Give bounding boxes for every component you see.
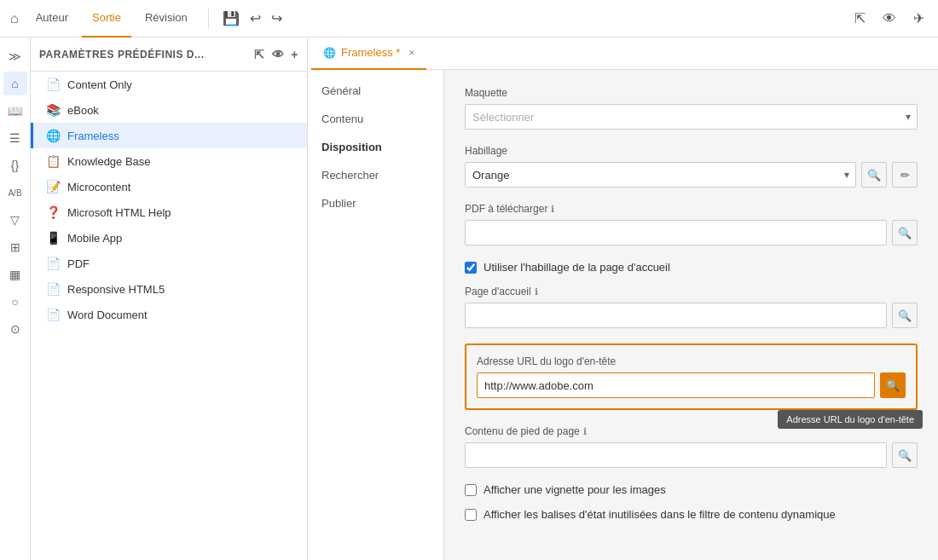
nav-sortie[interactable]: Sortie <box>82 0 131 38</box>
toolbar-right-icons: ⇱ 👁 ✈ <box>851 7 928 30</box>
content-only-icon: 📄 <box>45 78 61 91</box>
pied-browse-button[interactable]: 🔍 <box>892 442 918 468</box>
sub-nav: Général Contenu Disposition Rechercher P… <box>308 70 444 560</box>
habillage-edit-button[interactable]: ✏ <box>892 162 918 188</box>
merge-rail-icon[interactable]: ⊞ <box>3 235 27 259</box>
page-accueil-group: Page d'accueil ℹ 🔍 <box>465 286 918 328</box>
top-toolbar: ⌂ Auteur Sortie Révision 💾 ↩ ↪ ⇱ 👁 ✈ <box>0 0 938 38</box>
undo-button[interactable]: ↩ <box>246 7 264 30</box>
dot-rail-icon[interactable]: ⊙ <box>3 317 27 341</box>
pied-input[interactable] <box>465 442 887 468</box>
sidebar-item-mobile-app[interactable]: 📱 Mobile App <box>31 225 307 251</box>
pdf-browse-icon: 🔍 <box>898 227 912 240</box>
sidebar: PARAMÈTRES PRÉDÉFINIS D... ⇱ 👁 + 📄 Conte… <box>31 38 308 560</box>
logo-url-tooltip: Adresse URL du logo d'en-tête <box>778 410 923 429</box>
code-rail-icon[interactable]: {} <box>3 153 27 177</box>
nav-auteur[interactable]: Auteur <box>26 0 78 38</box>
pdf-browse-button[interactable]: 🔍 <box>892 220 918 245</box>
habillage-label: Habillage <box>465 145 918 157</box>
book-rail-icon[interactable]: 📖 <box>3 99 27 123</box>
habillage-browse-button[interactable]: 🔍 <box>861 162 887 188</box>
tab-frameless-icon: 🌐 <box>323 47 336 59</box>
page-accueil-browse-button[interactable]: 🔍 <box>892 303 918 328</box>
sidebar-item-knowledge-base[interactable]: 📋 Knowledge Base <box>31 148 307 174</box>
logo-url-group: Adresse URL du logo d'en-tête 🔍 Adresse … <box>465 344 918 410</box>
checkbox-vignette[interactable] <box>465 484 477 496</box>
pdf-input-row: 🔍 <box>465 220 918 245</box>
pdf-input[interactable] <box>465 220 887 245</box>
page-accueil-input[interactable] <box>465 303 887 328</box>
sidebar-item-label: PDF <box>67 257 90 270</box>
habillage-select-wrapper: Orange Bleu Vert ▾ <box>465 162 856 188</box>
maquette-label: Maquette <box>465 87 918 99</box>
logo-url-browse-button[interactable]: 🔍 <box>880 372 906 398</box>
logo-url-input[interactable] <box>477 372 875 398</box>
tab-bar: 🌐 Frameless * × <box>308 38 938 70</box>
redo-button[interactable]: ↪ <box>268 7 286 30</box>
sidebar-item-microsoft-html-help[interactable]: ❓ Microsoft HTML Help <box>31 199 307 225</box>
subnav-publier[interactable]: Publier <box>308 189 443 217</box>
icon-rail: ≫ ⌂ 📖 ☰ {} A/B ▽ ⊞ ▦ ○ ⊙ <box>0 38 31 560</box>
toolbar-separator <box>208 9 209 29</box>
sidebar-item-pdf[interactable]: 📄 PDF <box>31 251 307 276</box>
expand-rail-icon[interactable]: ≫ <box>3 44 27 68</box>
sidebar-item-microcontent[interactable]: 📝 Microcontent <box>31 174 307 199</box>
send-button[interactable]: ✈ <box>910 7 928 30</box>
page-accueil-browse-icon: 🔍 <box>898 309 912 322</box>
knowledge-base-icon: 📋 <box>45 154 61 168</box>
sidebar-item-word-document[interactable]: 📄 Word Document <box>31 302 307 327</box>
pied-input-row: 🔍 <box>465 442 918 468</box>
pdf-info-icon: ℹ <box>551 204 554 215</box>
subnav-general[interactable]: Général <box>308 77 443 105</box>
pied-group: Contenu de pied de page ℹ 🔍 <box>465 425 918 468</box>
sidebar-item-label: eBook <box>67 104 99 117</box>
checkbox-balises[interactable] <box>465 509 477 521</box>
tab-frameless[interactable]: 🌐 Frameless * × <box>311 38 426 70</box>
preview-button[interactable]: 👁 <box>879 8 900 30</box>
mobile-app-icon: 📱 <box>45 231 61 245</box>
export-button[interactable]: ⇱ <box>851 7 869 30</box>
pied-browse-icon: 🔍 <box>898 449 912 462</box>
nav-revision[interactable]: Révision <box>135 0 198 38</box>
home-rail-icon[interactable]: ⌂ <box>3 72 27 95</box>
main-panel: Maquette Sélectionner ▾ Habillage <box>444 70 938 560</box>
ab-rail-icon[interactable]: A/B <box>3 181 27 205</box>
sidebar-export-icon[interactable]: ⇱ <box>254 48 265 61</box>
habillage-select[interactable]: Orange Bleu Vert <box>465 162 856 188</box>
pdf-label: PDF à télécharger ℹ <box>465 203 918 215</box>
tab-close-icon[interactable]: × <box>408 47 414 59</box>
filter-rail-icon[interactable]: ▽ <box>3 208 27 232</box>
checkbox-vignette-label: Afficher une vignette pour les images <box>483 483 666 496</box>
page-accueil-info-icon: ℹ <box>535 286 538 297</box>
frameless-icon: 🌐 <box>45 129 61 142</box>
list-rail-icon[interactable]: ☰ <box>3 126 27 150</box>
word-doc-icon: 📄 <box>45 308 61 321</box>
subnav-rechercher[interactable]: Rechercher <box>308 161 443 189</box>
logo-url-label: Adresse URL du logo d'en-tête <box>477 355 906 367</box>
checkbox-habillage-label: Utiliser l'habillage de la page d'accuei… <box>483 261 670 274</box>
sidebar-item-content-only[interactable]: 📄 Content Only <box>31 72 307 97</box>
ebook-icon: 📚 <box>45 103 61 117</box>
save-button[interactable]: 💾 <box>219 7 243 30</box>
sidebar-item-responsive-html5[interactable]: 📄 Responsive HTML5 <box>31 276 307 302</box>
table-rail-icon[interactable]: ▦ <box>3 263 27 286</box>
sidebar-item-ebook[interactable]: 📚 eBook <box>31 97 307 123</box>
logo-url-input-row: 🔍 Adresse URL du logo d'en-tête <box>477 372 906 398</box>
sidebar-title: PARAMÈTRES PRÉDÉFINIS D... <box>39 49 204 61</box>
maquette-select[interactable]: Sélectionner <box>465 104 918 130</box>
home-icon[interactable]: ⌂ <box>10 11 19 26</box>
pdf-group: PDF à télécharger ℹ 🔍 <box>465 203 918 245</box>
checkbox-habillage[interactable] <box>465 262 477 274</box>
circle-rail-icon[interactable]: ○ <box>3 290 27 314</box>
sidebar-preview-icon[interactable]: 👁 <box>272 48 285 61</box>
logo-url-browse-icon: 🔍 <box>886 379 900 392</box>
sidebar-add-icon[interactable]: + <box>291 48 298 61</box>
responsive-icon: 📄 <box>45 282 61 296</box>
subnav-disposition[interactable]: Disposition <box>308 133 443 161</box>
habillage-row: Orange Bleu Vert ▾ 🔍 ✏ <box>465 162 918 188</box>
sidebar-item-label: Content Only <box>67 78 132 91</box>
subnav-contenu[interactable]: Contenu <box>308 105 443 133</box>
page-accueil-input-row: 🔍 <box>465 303 918 328</box>
pdf-icon: 📄 <box>45 257 61 270</box>
sidebar-item-frameless[interactable]: 🌐 Frameless <box>31 123 307 148</box>
